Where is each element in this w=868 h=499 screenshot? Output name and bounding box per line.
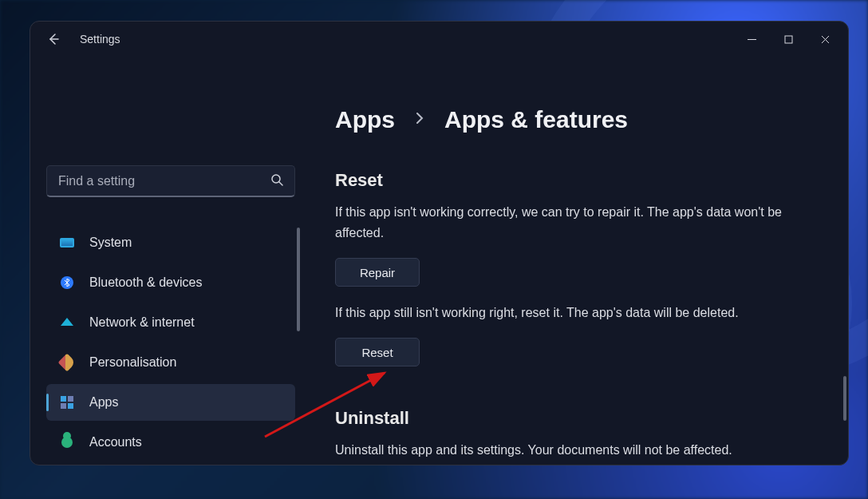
sidebar-item-label: Apps bbox=[89, 395, 118, 410]
chevron-right-icon bbox=[414, 113, 425, 127]
search-icon bbox=[270, 173, 283, 189]
maximize-button[interactable] bbox=[770, 27, 807, 51]
uninstall-description: Uninstall this app and its settings. You… bbox=[335, 440, 782, 461]
reset-button[interactable]: Reset bbox=[335, 338, 420, 366]
sidebar: System Bluetooth & devices Network & int… bbox=[30, 57, 311, 465]
app-title: Settings bbox=[80, 33, 120, 46]
sidebar-item-personalisation[interactable]: Personalisation bbox=[46, 344, 295, 381]
minimize-button[interactable] bbox=[733, 27, 770, 51]
sidebar-item-network[interactable]: Network & internet bbox=[46, 304, 295, 341]
maximize-icon bbox=[784, 35, 793, 44]
search-box[interactable] bbox=[46, 165, 295, 197]
back-button[interactable] bbox=[41, 27, 65, 51]
breadcrumb-apps[interactable]: Apps bbox=[335, 106, 395, 133]
system-icon bbox=[59, 235, 75, 251]
sidebar-item-accounts[interactable]: Accounts bbox=[46, 424, 295, 461]
close-button[interactable] bbox=[807, 27, 843, 51]
bluetooth-icon bbox=[59, 275, 75, 291]
settings-window: Settings bbox=[30, 21, 849, 465]
minimize-icon bbox=[748, 35, 756, 44]
account-icon bbox=[59, 434, 75, 450]
breadcrumb-apps-features[interactable]: Apps & features bbox=[444, 106, 628, 133]
repair-description: If this app isn't working correctly, we … bbox=[335, 202, 782, 244]
sidebar-item-label: System bbox=[89, 236, 132, 250]
sidebar-item-bluetooth[interactable]: Bluetooth & devices bbox=[46, 264, 295, 301]
sidebar-item-system[interactable]: System bbox=[46, 224, 295, 261]
wifi-icon bbox=[59, 315, 75, 331]
back-arrow-icon bbox=[47, 33, 60, 46]
main-content: Apps Apps & features Reset If this app i… bbox=[311, 57, 848, 465]
sidebar-scrollbar[interactable] bbox=[297, 228, 300, 331]
svg-rect-0 bbox=[785, 36, 792, 43]
breadcrumb: Apps Apps & features bbox=[335, 106, 808, 133]
sidebar-item-label: Accounts bbox=[89, 435, 142, 449]
content-scrollbar[interactable] bbox=[843, 376, 846, 421]
nav-list: System Bluetooth & devices Network & int… bbox=[46, 224, 295, 464]
sidebar-item-label: Bluetooth & devices bbox=[89, 275, 202, 290]
sidebar-item-label: Personalisation bbox=[89, 355, 176, 370]
uninstall-section-title: Uninstall bbox=[335, 408, 808, 429]
brush-icon bbox=[59, 354, 75, 370]
close-icon bbox=[821, 35, 830, 44]
titlebar: Settings bbox=[30, 22, 848, 57]
search-input[interactable] bbox=[58, 174, 270, 188]
reset-section-title: Reset bbox=[335, 170, 808, 191]
repair-button[interactable]: Repair bbox=[335, 258, 420, 287]
sidebar-item-apps[interactable]: Apps bbox=[46, 384, 295, 421]
window-controls bbox=[733, 27, 843, 51]
sidebar-item-label: Network & internet bbox=[89, 315, 195, 330]
reset-description: If this app still isn't working right, r… bbox=[335, 303, 782, 323]
apps-icon bbox=[59, 394, 75, 410]
